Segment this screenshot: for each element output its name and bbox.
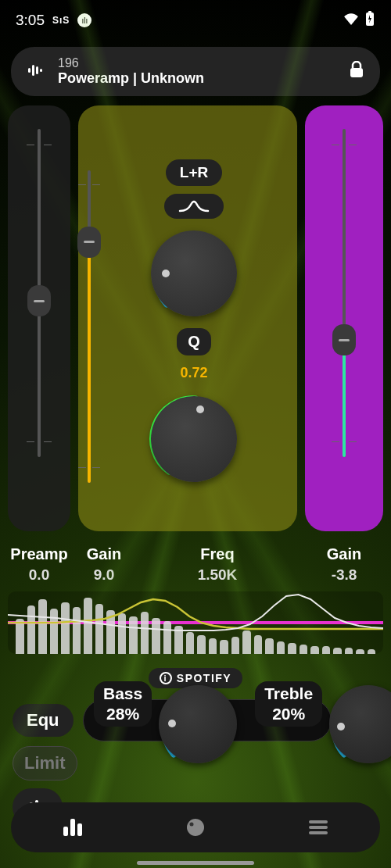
- svg-point-16: [187, 819, 204, 836]
- lock-icon[interactable]: [349, 61, 364, 82]
- now-playing-bar[interactable]: 196 Poweramp | Unknown: [11, 47, 380, 96]
- track-number: 196: [58, 56, 336, 70]
- svg-point-17: [189, 823, 193, 827]
- preamp-label: Preamp: [10, 545, 67, 563]
- q-value: 0.72: [180, 365, 207, 381]
- svg-rect-6: [350, 68, 363, 77]
- filter-type-button[interactable]: [164, 194, 224, 219]
- gain2-thumb[interactable]: [332, 324, 356, 355]
- gesture-handle[interactable]: [137, 861, 254, 865]
- gain2-value: -3.8: [332, 566, 357, 584]
- bottom-nav: [11, 802, 380, 852]
- gain-thumb[interactable]: [77, 227, 101, 258]
- frequency-response-chart[interactable]: [8, 591, 383, 654]
- freq-value: 1.50K: [198, 566, 238, 584]
- gain-slider[interactable]: [88, 170, 91, 483]
- preamp-value: 0.0: [29, 566, 49, 584]
- battery-icon: [364, 11, 375, 30]
- preamp-slider[interactable]: [38, 129, 41, 457]
- svg-rect-3: [32, 65, 34, 76]
- treble-knob[interactable]: [325, 681, 391, 767]
- gain1-value: 9.0: [94, 566, 114, 584]
- svg-rect-2: [28, 68, 30, 73]
- gain2-slider[interactable]: [343, 129, 346, 457]
- gain2-label: Gain: [327, 545, 361, 563]
- nav-menu-icon[interactable]: [257, 802, 380, 852]
- svg-rect-1: [368, 11, 371, 13]
- channel-button[interactable]: L+R: [166, 159, 222, 186]
- clock: 3:05: [16, 12, 45, 29]
- bass-badge: Bass 28%: [94, 681, 152, 727]
- parametric-band-panel: L+R Q 0.72: [78, 105, 297, 531]
- limit-button[interactable]: Limit: [13, 746, 77, 780]
- svg-rect-18: [309, 820, 328, 823]
- preamp-panel: [8, 105, 70, 531]
- nav-knob-icon[interactable]: [134, 802, 256, 852]
- svg-rect-14: [70, 819, 75, 836]
- treble-value: 20%: [264, 705, 313, 723]
- svg-rect-13: [63, 827, 68, 836]
- gain1-label: Gain: [87, 545, 121, 563]
- treble-badge: Treble 20%: [255, 681, 322, 727]
- svg-rect-15: [77, 823, 82, 836]
- freq-knob[interactable]: [147, 392, 241, 486]
- equ-button[interactable]: Equ: [13, 704, 74, 737]
- nav-eq-icon[interactable]: [11, 802, 134, 852]
- status-app-icon: ılı: [77, 13, 91, 27]
- q-badge: Q: [177, 328, 211, 355]
- track-title: Poweramp | Unknown: [58, 70, 336, 87]
- band-next-panel[interactable]: [305, 105, 383, 531]
- bass-label: Bass: [103, 684, 142, 703]
- q-label: Q: [188, 333, 200, 351]
- bass-knob[interactable]: [155, 681, 241, 767]
- q-knob[interactable]: [147, 227, 241, 320]
- svg-rect-5: [40, 69, 42, 72]
- svg-rect-19: [309, 826, 328, 829]
- status-bar: 3:05 SıS ılı: [0, 0, 391, 41]
- svg-rect-4: [36, 66, 38, 74]
- svg-rect-20: [309, 831, 328, 834]
- audio-icon: [27, 61, 45, 83]
- status-indicator-sis: SıS: [52, 15, 70, 26]
- treble-label: Treble: [264, 684, 313, 703]
- preamp-thumb[interactable]: [27, 285, 51, 316]
- wifi-icon: [343, 12, 360, 29]
- freq-label: Freq: [200, 545, 234, 563]
- bass-value: 28%: [103, 705, 142, 723]
